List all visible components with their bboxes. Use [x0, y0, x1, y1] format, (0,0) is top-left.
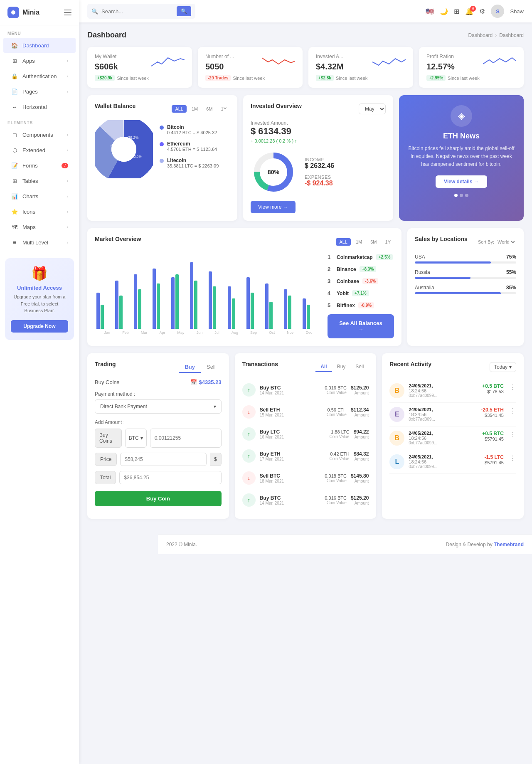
filter-btn-1y[interactable]: 1Y	[218, 105, 230, 113]
price-input[interactable]	[120, 453, 207, 466]
search-button[interactable]: 🔍	[177, 6, 191, 16]
bar-blue	[134, 274, 137, 329]
trans-tab-buy[interactable]: Buy	[332, 362, 351, 372]
breadcrumb-item[interactable]: Dashboard	[468, 32, 493, 38]
eth-icon: ◈	[451, 105, 472, 127]
sell-icon: ↓	[242, 405, 256, 419]
sales-by-location-card: Sales by Locations Sort By: World USA 75…	[407, 228, 524, 346]
market-filter-1y[interactable]: 1Y	[382, 238, 394, 246]
sidebar-item-label: Forms	[22, 163, 60, 169]
sidebar-item-label: Tables	[22, 178, 67, 184]
sidebar-item-apps[interactable]: ⊞ Apps ›	[3, 53, 76, 68]
page-title: Dashboard	[87, 31, 126, 39]
sidebar-item-forms[interactable]: 📝 Forms 7	[3, 158, 76, 173]
bar-green	[194, 281, 197, 329]
sidebar-item-label: Pages	[22, 89, 67, 95]
more-options-button[interactable]: ⋮	[510, 407, 516, 415]
username[interactable]: Shaw	[510, 8, 524, 15]
payment-method-select[interactable]: Direct Bank Payment ▾	[95, 399, 222, 414]
sort-by-label: Sort By:	[478, 239, 494, 244]
carousel-dot[interactable]	[465, 194, 468, 197]
price-label: Price	[95, 453, 117, 466]
market-rank: 5	[328, 302, 333, 308]
more-options-button[interactable]: ⋮	[510, 454, 516, 462]
currency-select[interactable]: BTC ▾	[125, 429, 147, 448]
sidebar-item-maps[interactable]: 🗺 Maps ›	[3, 219, 76, 234]
sell-tab[interactable]: Sell	[201, 362, 222, 373]
hamburger-button[interactable]	[64, 10, 71, 15]
sidebar-item-dashboard[interactable]: 🏠 Dashboard	[3, 38, 76, 53]
transactions-list: ↑ Buy BTC 14 Mar, 2021 0.016 BTC Coin Va…	[242, 379, 369, 511]
carousel-dot[interactable]	[460, 194, 463, 197]
total-input[interactable]	[119, 471, 221, 484]
bar-group	[228, 286, 245, 329]
market-filter-all[interactable]: ALL	[336, 238, 351, 246]
month-select[interactable]: May	[359, 104, 386, 114]
filter-btn-1m[interactable]: 1M	[188, 105, 201, 113]
market-filter-1m[interactable]: 1M	[352, 238, 365, 246]
notification-icon[interactable]: 🔔 5	[465, 7, 473, 15]
settings-icon[interactable]: ⚙	[479, 7, 485, 15]
svg-text:12.5%: 12.5%	[132, 155, 142, 158]
amount-input[interactable]	[150, 429, 222, 448]
upgrade-button[interactable]: Upgrade Now	[11, 320, 68, 333]
notification-badge: 5	[470, 6, 476, 12]
stat-label: Number of ...	[205, 54, 234, 59]
sidebar-item-tables[interactable]: ⊞ Tables ›	[3, 173, 76, 188]
market-filter-6m[interactable]: 6M	[367, 238, 380, 246]
sidebar-item-charts[interactable]: 📊 Charts ›	[3, 189, 76, 204]
sidebar-item-authentication[interactable]: 🔒 Authentication ›	[3, 69, 76, 84]
flag-icon[interactable]: 🇺🇸	[426, 7, 434, 15]
see-all-balances-button[interactable]: See All Balances →	[328, 314, 394, 338]
grid-icon[interactable]: ⊞	[454, 7, 459, 15]
eth-view-details-button[interactable]: View details →	[436, 175, 487, 188]
trans-tab-all[interactable]: All	[315, 362, 332, 372]
carousel-dot[interactable]	[454, 194, 458, 197]
stat-label: Profit Ration	[426, 54, 455, 59]
bar-blue	[246, 277, 250, 329]
trans-coin-value: 0.016 BTC	[325, 495, 347, 500]
sidebar-item-pages[interactable]: 📄 Pages ›	[3, 84, 76, 99]
progress-fill	[415, 277, 470, 279]
more-options-button[interactable]: ⋮	[510, 431, 516, 439]
sidebar-item-horizontal[interactable]: ↔ Horizontal	[3, 99, 76, 114]
invested-amount: $ 6134.39	[251, 126, 386, 137]
buy-coin-button[interactable]: Buy Coin	[95, 491, 222, 506]
market-rank: 4	[328, 290, 333, 296]
transactions-tabs: All Buy Sell	[315, 362, 369, 372]
search-input[interactable]	[101, 8, 173, 15]
sidebar-item-label: Apps	[22, 58, 67, 64]
sidebar-item-extended[interactable]: ⬡ Extended ›	[3, 143, 76, 158]
view-more-button[interactable]: View more →	[251, 201, 296, 213]
moon-icon[interactable]: 🌙	[440, 7, 448, 15]
bar-green	[307, 305, 310, 329]
market-name: Yobit	[337, 291, 349, 296]
location-pct: 85%	[506, 285, 516, 291]
activity-address: 0xb77ad0099...	[409, 441, 478, 445]
multilevel-icon: ≡	[11, 239, 18, 246]
bar-blue	[153, 269, 156, 329]
filter-btn-6m[interactable]: 6M	[203, 105, 216, 113]
sort-select[interactable]: World	[496, 239, 516, 245]
progress-fill	[415, 292, 501, 294]
currency-label: BTC	[129, 435, 139, 441]
trans-tab-sell[interactable]: Sell	[350, 362, 369, 372]
avatar[interactable]: S	[491, 5, 504, 18]
sidebar-item-icons[interactable]: ⭐ Icons ›	[3, 204, 76, 219]
bar-group	[190, 262, 207, 329]
more-options-button[interactable]: ⋮	[510, 383, 516, 391]
trans-date: 15 Mar, 2021	[260, 413, 323, 417]
coin-dot	[160, 126, 164, 130]
filter-btn-all[interactable]: ALL	[172, 105, 187, 113]
buy-tab[interactable]: Buy	[179, 362, 201, 373]
bar-blue	[303, 298, 306, 329]
activity-period-select[interactable]: Today ▾	[490, 362, 516, 372]
sidebar-item-multilevel[interactable]: ≡ Multi Level ›	[3, 235, 76, 250]
sidebar-item-components[interactable]: ◻ Components ›	[3, 127, 76, 142]
upgrade-title: Unlimited Access	[11, 285, 68, 291]
total-label: Total	[95, 471, 116, 484]
trans-coin-label: Coin Value	[325, 390, 347, 395]
buy-icon: ↑	[242, 427, 256, 441]
trans-amount: $112.34	[351, 407, 369, 413]
footer-link[interactable]: Themebrand	[494, 542, 524, 547]
